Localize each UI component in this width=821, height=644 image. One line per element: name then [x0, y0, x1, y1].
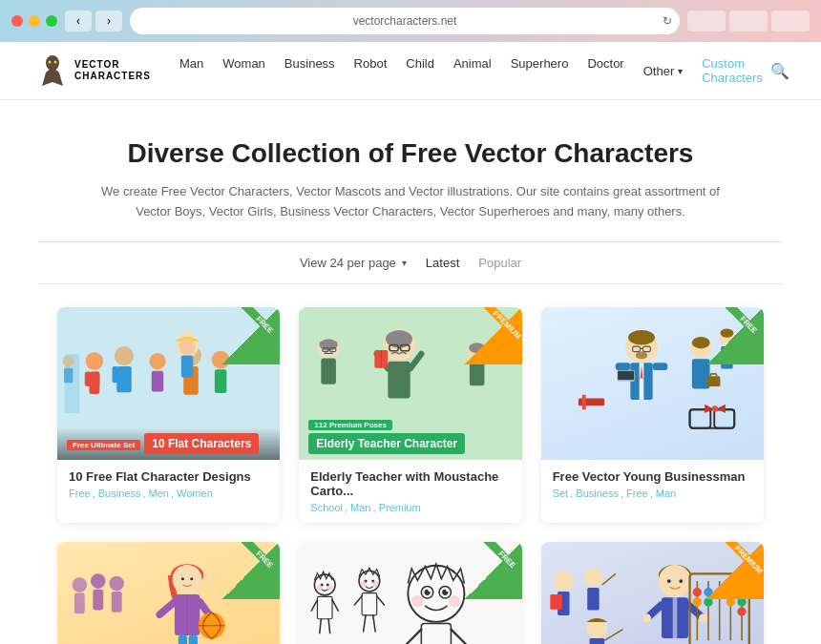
tag[interactable]: Business	[576, 488, 619, 499]
svg-point-80	[181, 577, 184, 580]
card-tags-2: School, Man, Premium	[310, 502, 510, 513]
maximize-button[interactable]	[46, 15, 57, 27]
tag[interactable]: Man	[656, 488, 676, 499]
svg-rect-119	[422, 623, 452, 644]
chevron-down-icon: ▾	[678, 66, 683, 76]
card-young-businessman[interactable]: Free Vector Young Businessman Set, Busin…	[541, 307, 764, 523]
tag[interactable]: Premium	[379, 502, 421, 513]
tag[interactable]: Man	[350, 502, 370, 513]
card-label-2: 112 Premium Poses Elderly Teacher Charac…	[299, 409, 521, 460]
svg-line-84	[159, 601, 175, 613]
tag[interactable]: Free	[69, 488, 91, 499]
svg-rect-6	[85, 371, 91, 386]
card-tags-3: Set, Business, Free, Man	[553, 488, 752, 499]
svg-rect-13	[152, 370, 163, 391]
refresh-icon[interactable]: ↻	[663, 14, 672, 28]
tab-popular[interactable]: Popular	[478, 256, 521, 270]
nav-child[interactable]: Child	[406, 56, 434, 85]
close-button[interactable]	[11, 15, 23, 27]
svg-rect-25	[320, 342, 338, 346]
svg-rect-135	[672, 597, 677, 638]
svg-point-44	[628, 330, 655, 345]
main-nav: Man Woman Business Robot Child Animal Su…	[179, 56, 763, 85]
address-bar[interactable]: vectorcharacters.net ↻	[130, 8, 680, 34]
svg-point-116	[446, 588, 449, 591]
card-cartoon-teacher[interactable]: 112 Premium Poses Cartoon Teacher Charac…	[541, 542, 764, 644]
tab-btn-3[interactable]	[771, 10, 810, 31]
tag[interactable]: Set	[553, 488, 569, 499]
svg-line-97	[332, 599, 338, 611]
tab-btn-2[interactable]	[729, 10, 768, 31]
svg-rect-77	[112, 592, 122, 613]
svg-rect-19	[64, 367, 73, 383]
card-flat-characters[interactable]: Free Ultimate Set 10 Flat Characters 10 …	[57, 307, 280, 523]
browser-chrome: ‹ › vectorcharacters.net ↻	[0, 0, 821, 42]
card-image-2: 112 Premium Poses Elderly Teacher Charac…	[299, 307, 521, 460]
badge-free-1	[222, 307, 280, 364]
svg-point-94	[327, 585, 333, 591]
logo[interactable]: VECTORCHARACTERS	[38, 53, 151, 88]
svg-rect-73	[74, 592, 85, 613]
tab-btn-1[interactable]	[687, 10, 726, 31]
forward-button[interactable]: ›	[95, 10, 122, 31]
badge-premium-2	[465, 307, 522, 364]
card-elderly-teacher[interactable]: 112 Premium Poses Elderly Teacher Charac…	[299, 307, 521, 523]
tag[interactable]: Business	[98, 488, 141, 499]
card-label-top-2: 112 Premium Poses	[308, 420, 392, 430]
svg-point-155	[737, 607, 746, 615]
svg-rect-54	[618, 370, 634, 379]
search-icon[interactable]: 🔍	[770, 62, 789, 80]
svg-point-79	[173, 565, 202, 594]
svg-point-127	[583, 568, 602, 587]
badge-free-4	[222, 542, 280, 599]
svg-line-158	[604, 629, 622, 640]
svg-point-138	[642, 613, 650, 622]
svg-rect-88	[179, 634, 187, 644]
svg-point-103	[361, 581, 367, 587]
nav-superhero[interactable]: Superhero	[511, 56, 569, 85]
nav-animal[interactable]: Animal	[453, 56, 492, 85]
nav-woman[interactable]: Woman	[222, 56, 265, 85]
nav-custom[interactable]: Custom Characters	[702, 56, 763, 85]
nav-man[interactable]: Man	[179, 56, 203, 85]
svg-point-76	[109, 575, 124, 591]
tag[interactable]: Free	[626, 488, 648, 499]
svg-rect-95	[318, 596, 333, 618]
svg-rect-75	[93, 589, 103, 610]
svg-rect-105	[362, 592, 377, 614]
tag[interactable]: Women	[177, 488, 213, 499]
tab-latest[interactable]: Latest	[426, 256, 459, 270]
svg-point-0	[46, 55, 59, 71]
card-info-3: Free Vector Young Businessman Set, Busin…	[541, 460, 764, 509]
svg-rect-35	[389, 361, 410, 398]
per-page-select[interactable]: View 24 per page ▾	[300, 256, 407, 270]
svg-point-93	[317, 585, 323, 591]
svg-line-109	[373, 614, 375, 631]
svg-point-12	[149, 353, 165, 369]
tag[interactable]: Men	[149, 488, 169, 499]
card-hand-drawn-boy[interactable]: Free Vector Hand Drawn Vector Boy Free H…	[299, 542, 521, 644]
svg-point-18	[62, 355, 74, 366]
svg-point-4	[86, 352, 104, 370]
card-label-top-1: Free Ultimate Set	[67, 440, 140, 450]
nav-doctor[interactable]: Doctor	[587, 56, 623, 85]
svg-rect-52	[652, 363, 667, 370]
svg-point-71	[712, 405, 718, 411]
nav-other[interactable]: Other ▾	[643, 56, 684, 85]
card-title-2: Elderly Teacher with Moustache Carto...	[310, 469, 510, 498]
svg-point-110	[409, 565, 465, 621]
svg-line-37	[410, 353, 422, 368]
site-wrapper: VECTORCHARACTERS Man Woman Business Robo…	[0, 42, 821, 644]
minimize-button[interactable]	[29, 15, 40, 27]
svg-rect-68	[689, 409, 734, 427]
nav-robot[interactable]: Robot	[354, 56, 388, 85]
nav-business[interactable]: Business	[284, 56, 335, 85]
svg-point-8	[115, 346, 134, 365]
back-button[interactable]: ‹	[65, 10, 92, 31]
hero-description: We create Free Vector Characters, Vector…	[86, 182, 735, 222]
svg-rect-89	[189, 634, 198, 644]
svg-line-108	[364, 614, 366, 631]
svg-point-117	[412, 594, 424, 606]
card-basketball-player[interactable]: Free Ultimate Set Female Cartoon Basketb…	[57, 542, 280, 644]
tag[interactable]: School	[310, 502, 343, 513]
